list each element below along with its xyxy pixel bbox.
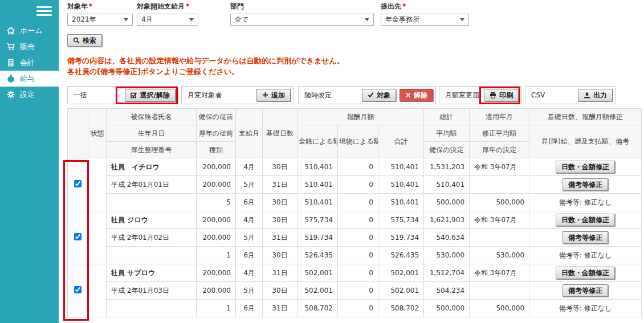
print-button[interactable]: 印刷	[484, 89, 519, 101]
average-amount: 510,401	[424, 176, 470, 194]
total-amount: 510,401	[378, 176, 424, 194]
cash-amount: 519,734	[297, 229, 338, 247]
employee-birth: 平成 2年01月01日	[107, 176, 197, 194]
row-checkbox[interactable]	[74, 180, 81, 187]
row-checkbox[interactable]	[74, 286, 81, 293]
calculator-icon	[6, 58, 15, 67]
inkind-amount: 0	[338, 158, 378, 176]
base-days: 30日	[263, 211, 297, 229]
fix-note-button[interactable]: 備考等修正	[563, 231, 608, 244]
pay-month: 4月	[236, 211, 263, 229]
required-mark: *	[402, 2, 406, 10]
select-value: 全て	[235, 15, 248, 24]
submit-to-select[interactable]: 年金事務所	[381, 14, 469, 26]
button-label: 解除	[414, 91, 427, 99]
note-status: 備考等: 修正なし	[529, 247, 642, 264]
cancel-button[interactable]: 解除	[400, 89, 433, 101]
prev-value: 200,000	[197, 211, 236, 229]
fix-days-amount-button[interactable]: 日数・金額修正	[556, 267, 615, 279]
sidebar-item-payroll[interactable]: 給与	[0, 71, 59, 87]
fix-note-button[interactable]: 備考等修正	[563, 284, 608, 297]
fix-days-amount-button[interactable]: 日数・金額修正	[556, 214, 615, 226]
inkind-amount: 0	[338, 194, 378, 211]
select-deselect-button[interactable]: 選択/解除	[125, 89, 176, 101]
header-inkind: 現物による額	[338, 125, 378, 158]
employee-name: 社員 ジロウ	[107, 211, 197, 229]
header-remuneration-group: 報酬月額	[297, 109, 424, 125]
apply-month: 令和 3年07月	[470, 264, 529, 282]
cash-amount: 502,001	[297, 264, 338, 282]
header-fix-group: 基礎日数、報酬月額修正	[529, 109, 642, 125]
target-button[interactable]: 対象	[362, 89, 396, 101]
check-icon	[368, 92, 374, 98]
inkind-amount: 0	[338, 247, 378, 264]
printer-icon	[490, 92, 496, 99]
cash-amount: 502,001	[297, 282, 338, 300]
row-checkbox[interactable]	[74, 233, 81, 240]
target-year-select[interactable]: 2021年	[67, 14, 133, 26]
inkind-amount: 0	[338, 282, 378, 300]
export-button[interactable]: 出力	[578, 89, 613, 101]
employee-number	[107, 194, 197, 211]
table-row: 社員 イチロウ 200,000 4月 30日 510,401 0 510,401…	[68, 158, 642, 176]
type-value: 1	[197, 300, 236, 317]
button-label: 追加	[271, 91, 285, 99]
sidebar-item-label: 設定	[20, 89, 35, 100]
base-days: 31日	[263, 176, 297, 194]
sidebar-item-sales[interactable]: 販売	[0, 39, 59, 55]
header-base-days: 基礎日数	[263, 109, 297, 158]
required-mark: *	[89, 2, 92, 10]
adjusted-average	[470, 229, 529, 247]
home-icon	[6, 26, 15, 35]
total-amount: 575,734	[378, 211, 424, 229]
header-adjusted-average: 修正平均額	[470, 125, 529, 142]
chevron-down-icon	[124, 18, 128, 21]
search-icon	[73, 37, 80, 44]
inkind-amount: 0	[338, 229, 378, 247]
prev-value: 200,000	[197, 282, 236, 300]
table-row: 平成 2年01月03日 200,000 5月 30日 502,001 0 502…	[68, 282, 642, 300]
table-row: 社員 サブロウ 200,000 4月 31日 502,001 0 502,001…	[68, 264, 642, 282]
button-label: 印刷	[499, 91, 513, 99]
pay-month: 5月	[236, 282, 263, 300]
sidebar-item-label: 給与	[20, 73, 35, 84]
department-select[interactable]: 全て	[230, 14, 374, 26]
sidebar-item-settings[interactable]: 設定	[0, 87, 59, 103]
button-label: 選択/解除	[140, 91, 170, 99]
apply-month: 令和 3年07月	[470, 211, 529, 229]
cash-amount: 508,702	[297, 300, 338, 317]
konen-decision: 500,000	[470, 194, 529, 211]
type-value: 1	[197, 247, 236, 264]
inkind-amount: 0	[338, 300, 378, 317]
sidebar-item-home[interactable]: ホーム	[0, 23, 59, 39]
cash-amount: 510,401	[297, 158, 338, 176]
sidebar-item-accounting[interactable]: 会計	[0, 55, 59, 71]
header-checkbox-col	[68, 109, 88, 158]
status-cell	[88, 264, 107, 317]
grand-total: 1,621,903	[424, 211, 470, 229]
start-month-select[interactable]: 4月	[137, 14, 198, 26]
table-row: 平成 2年01月02日 200,000 5月 31日 519,734 0 519…	[68, 229, 642, 247]
pay-month: 6月	[236, 247, 263, 264]
employee-number	[107, 247, 197, 264]
warning-line-1: 備考の内容は、各社員の設定情報や給与データからは自動的に判別ができません。	[67, 55, 344, 66]
employee-birth: 平成 2年01月03日	[107, 282, 197, 300]
cash-amount: 510,401	[297, 176, 338, 194]
toolbar-group-label: 一括	[74, 91, 87, 100]
toolbar-group-csv: CSV 出力	[525, 86, 616, 104]
fix-note-button[interactable]: 備考等修正	[563, 178, 608, 191]
search-button[interactable]: 検索	[67, 34, 102, 47]
base-days: 30日	[263, 158, 297, 176]
pay-month: 4月	[236, 158, 263, 176]
pay-month: 6月	[236, 300, 263, 317]
header-total: 合計	[378, 125, 424, 158]
add-button[interactable]: 追加	[256, 89, 291, 101]
type-value: 5	[197, 194, 236, 211]
fix-days-amount-button[interactable]: 日数・金額修正	[556, 161, 615, 173]
employee-name: 社員 イチロウ	[107, 158, 197, 176]
hamburger-menu-icon[interactable]	[36, 6, 52, 17]
filter-label: 部門	[230, 2, 244, 10]
header-status: 状態	[88, 109, 107, 158]
filter-submit-to: 提出先* 年金事務所	[381, 2, 469, 26]
total-amount: 510,401	[378, 194, 424, 211]
